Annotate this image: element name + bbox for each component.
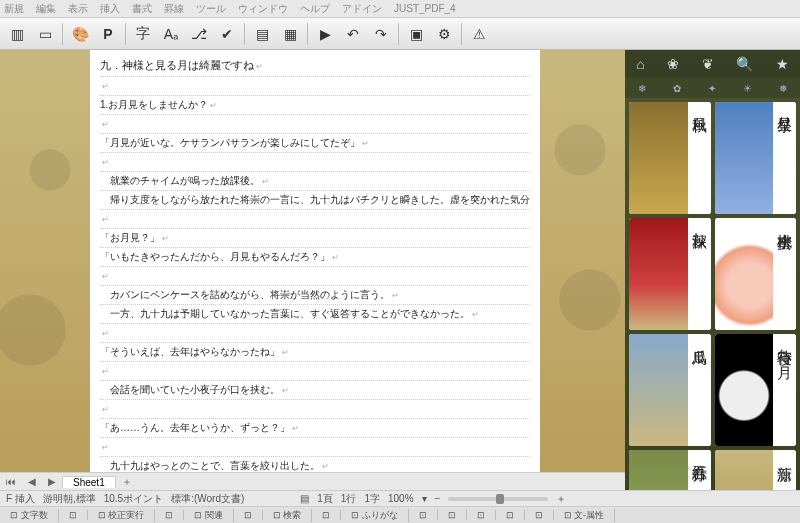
snow-icon[interactable]: ❄	[638, 83, 646, 94]
text-line: ↵	[100, 400, 530, 419]
bottom-tab[interactable]: ⊡	[496, 510, 525, 520]
palette-icon[interactable]: 🎨	[67, 21, 93, 47]
alert-icon[interactable]: ⚠	[466, 21, 492, 47]
zoom-value[interactable]: 100%	[388, 493, 414, 504]
menu-新規[interactable]: 新規	[4, 2, 24, 16]
text-line: 会話を聞いていた小夜子が口を挟む。↵	[100, 381, 530, 400]
sheet-tab[interactable]: Sheet1	[62, 476, 116, 488]
bottom-tab[interactable]: ⊡	[525, 510, 554, 520]
panel-toolbar: ⌂ ❀ ❦ 🔍 ★	[625, 50, 800, 78]
text-line: カバンにペンケースを詰めながら、将崇が当然のように言う。↵	[100, 286, 530, 305]
text-line: 「いもたきやったんだから、月見もやるんだろ？」↵	[100, 248, 530, 267]
blossom-icon[interactable]: ✿	[673, 83, 681, 94]
font-icon[interactable]: Aₐ	[158, 21, 184, 47]
undo-icon[interactable]: ↶	[340, 21, 366, 47]
theme-grid: 秋風星祭り秋深し水蜜桃烏瓜寝待ち月吾亦紅新涼	[625, 98, 800, 490]
tree-icon[interactable]: ⎇	[186, 21, 212, 47]
theme-tile[interactable]: 烏瓜	[629, 334, 711, 446]
panel-filter-row: ❄ ✿ ✦ ☀ ❅	[625, 78, 800, 98]
tile-label: 星祭り	[773, 102, 796, 214]
bottom-tab[interactable]: ⊡ 文字数	[0, 509, 59, 522]
theme-tile[interactable]: 秋風	[629, 102, 711, 214]
zoom-in-button[interactable]: ＋	[556, 492, 566, 506]
bottom-tab[interactable]: ⊡	[409, 510, 438, 520]
run-icon[interactable]: ▶	[312, 21, 338, 47]
tile-label: 秋深し	[688, 218, 711, 330]
redo-icon[interactable]: ↷	[368, 21, 394, 47]
bottom-tab[interactable]: ⊡	[155, 510, 184, 520]
insert-mode: F 挿入	[6, 492, 35, 506]
home-icon[interactable]: ⌂	[636, 56, 644, 72]
tile-label: 新涼	[773, 450, 796, 490]
bottom-tab[interactable]: ⊡ 校正実行	[88, 509, 156, 522]
page-icon[interactable]: ▭	[32, 21, 58, 47]
menu-表示[interactable]: 表示	[68, 2, 88, 16]
spellcheck-icon[interactable]: ✔	[214, 21, 240, 47]
bottom-tab[interactable]: ⊡ ふりがな	[341, 509, 409, 522]
search-icon[interactable]: 🔍	[736, 56, 753, 72]
leaf-icon[interactable]: ❦	[702, 56, 714, 72]
menu-ヘルプ[interactable]: ヘルプ	[300, 2, 330, 16]
zoom-slider[interactable]	[448, 497, 548, 501]
document-page[interactable]: 九．神様と見る月は綺麗ですね↵ ↵ 1.お月見をしませんか？↵ ↵「月見が近いな…	[90, 50, 540, 490]
theme-tile[interactable]: 新涼	[715, 450, 797, 490]
menu-アドイン[interactable]: アドイン	[342, 2, 382, 16]
bottom-tab[interactable]: ⊡ 文-属性	[554, 509, 616, 522]
sheet-nav-first[interactable]: ⏮	[0, 476, 22, 487]
menu-挿入[interactable]: 挿入	[100, 2, 120, 16]
tile-label: 吾亦紅	[688, 450, 711, 490]
sheet-nav-next[interactable]: ▶	[42, 476, 62, 487]
snowflake-icon[interactable]: ❅	[779, 83, 787, 94]
editor-area: 九．神様と見る月は綺麗ですね↵ ↵ 1.お月見をしませんか？↵ ↵「月見が近いな…	[0, 50, 625, 490]
star-icon[interactable]: ★	[776, 56, 789, 72]
select-icon[interactable]: ▦	[277, 21, 303, 47]
theme-tile[interactable]: 水蜜桃	[715, 218, 797, 330]
zoom-out-button[interactable]: −	[435, 493, 441, 504]
paragraph-icon[interactable]: P	[95, 21, 121, 47]
char-icon[interactable]: 字	[130, 21, 156, 47]
bottom-tool-tabs: ⊡ 文字数⊡⊡ 校正実行⊡⊡ 関連⊡⊡ 検索⊡⊡ ふりがな⊡⊡⊡⊡⊡⊡ 文-属性	[0, 506, 800, 523]
theme-tile[interactable]: 吾亦紅	[629, 450, 711, 490]
book-icon[interactable]: ▥	[4, 21, 30, 47]
menu-ウィンドウ[interactable]: ウィンドウ	[238, 2, 288, 16]
sheet-add[interactable]: ＋	[116, 475, 138, 489]
theme-tile[interactable]: 秋深し	[629, 218, 711, 330]
char-indicator: 1字	[364, 492, 380, 506]
bottom-tab[interactable]: ⊡	[234, 510, 263, 520]
tile-label: 寝待ち月	[773, 334, 796, 446]
sheet-tab-bar: ⏮ ◀ ▶ Sheet1 ＋	[0, 472, 625, 490]
font-name[interactable]: 游明朝,標準	[43, 492, 96, 506]
menu-編集[interactable]: 編集	[36, 2, 56, 16]
menu-書式[interactable]: 書式	[132, 2, 152, 16]
menu-罫線[interactable]: 罫線	[164, 2, 184, 16]
font-size[interactable]: 10.5ポイント	[104, 492, 163, 506]
theme-tile[interactable]: 寝待ち月	[715, 334, 797, 446]
theme-tile[interactable]: 星祭り	[715, 102, 797, 214]
zoom-dropdown-icon[interactable]: ▾	[422, 493, 427, 504]
form-icon[interactable]: ▣	[403, 21, 429, 47]
view-icon[interactable]: ▤	[300, 493, 309, 504]
menu-JUST_PDF_4[interactable]: JUST_PDF_4	[394, 3, 456, 14]
style-name[interactable]: 標準:(Word文書)	[171, 492, 244, 506]
sparkle-icon[interactable]: ✦	[708, 83, 716, 94]
bottom-tab[interactable]: ⊡	[312, 510, 341, 520]
tile-label: 烏瓜	[688, 334, 711, 446]
text-line: ↵	[100, 267, 530, 286]
text-line: ↵	[100, 324, 530, 343]
menu-ツール[interactable]: ツール	[196, 2, 226, 16]
text-line: ↵	[100, 438, 530, 457]
sun-icon[interactable]: ☀	[743, 83, 752, 94]
bottom-tab[interactable]: ⊡	[438, 510, 467, 520]
text-line: ↵	[100, 210, 530, 229]
main-toolbar: ▥ ▭ 🎨 P 字 Aₐ ⎇ ✔ ▤ ▦ ▶ ↶ ↷ ▣ ⚙ ⚠	[0, 18, 800, 50]
flower-icon[interactable]: ❀	[667, 56, 679, 72]
bottom-tab[interactable]: ⊡	[59, 510, 88, 520]
bottom-tab[interactable]: ⊡	[467, 510, 496, 520]
settings-icon[interactable]: ⚙	[431, 21, 457, 47]
text-line: ↵	[100, 362, 530, 381]
bottom-tab[interactable]: ⊡ 検索	[263, 509, 313, 522]
bottom-tab[interactable]: ⊡ 関連	[184, 509, 234, 522]
layout-icon[interactable]: ▤	[249, 21, 275, 47]
sheet-nav-prev[interactable]: ◀	[22, 476, 42, 487]
section-heading: 1.お月見をしませんか？↵	[100, 96, 530, 115]
